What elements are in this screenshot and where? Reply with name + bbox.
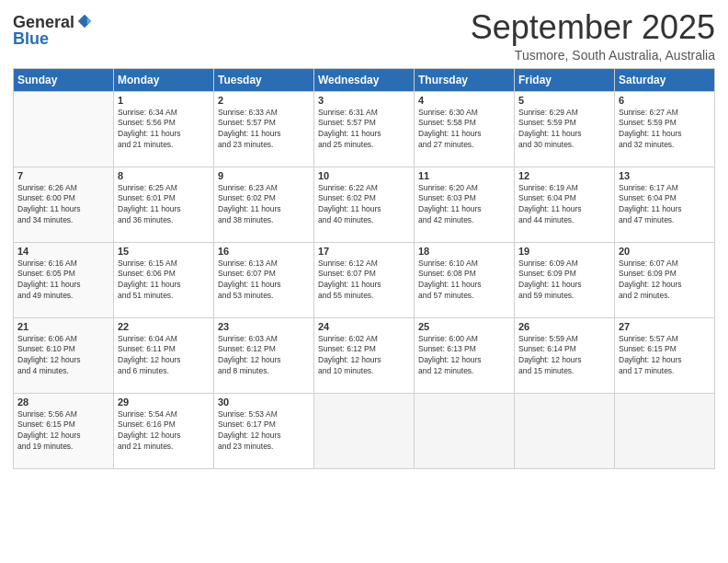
- cell-content-w2-d7: Sunrise: 6:17 AMSunset: 6:04 PMDaylight:…: [619, 183, 711, 227]
- day-number-w5-d3: 30: [218, 396, 310, 408]
- calendar-cell-w1-d4: 3Sunrise: 6:31 AMSunset: 5:57 PMDaylight…: [314, 91, 415, 167]
- logo-icon: [76, 13, 93, 29]
- header-monday: Monday: [114, 68, 214, 91]
- cell-content-w3-d3: Sunrise: 6:13 AMSunset: 6:07 PMDaylight:…: [218, 259, 310, 303]
- cell-content-w1-d6: Sunrise: 6:29 AMSunset: 5:59 PMDaylight:…: [518, 108, 610, 152]
- day-number-w1-d6: 5: [518, 95, 610, 106]
- day-number-w1-d5: 4: [418, 95, 510, 106]
- day-number-w1-d7: 6: [619, 95, 711, 106]
- calendar-cell-w5-d6: [515, 393, 615, 468]
- cell-content-w2-d5: Sunrise: 6:20 AMSunset: 6:03 PMDaylight:…: [418, 183, 510, 227]
- calendar-table: Sunday Monday Tuesday Wednesday Thursday…: [13, 68, 715, 469]
- svg-marker-1: [87, 17, 92, 24]
- cell-content-w4-d4: Sunrise: 6:02 AMSunset: 6:12 PMDaylight:…: [318, 334, 410, 378]
- calendar-cell-w1-d6: 5Sunrise: 6:29 AMSunset: 5:59 PMDaylight…: [515, 91, 615, 167]
- day-number-w1-d3: 2: [218, 95, 310, 106]
- calendar-cell-w4-d4: 24Sunrise: 6:02 AMSunset: 6:12 PMDayligh…: [314, 317, 415, 393]
- calendar-cell-w2-d3: 9Sunrise: 6:23 AMSunset: 6:02 PMDaylight…: [214, 167, 314, 242]
- week-row-5: 28Sunrise: 5:56 AMSunset: 6:15 PMDayligh…: [14, 393, 715, 468]
- calendar-cell-w2-d1: 7Sunrise: 6:26 AMSunset: 6:00 PMDaylight…: [14, 167, 114, 242]
- cell-content-w5-d1: Sunrise: 5:56 AMSunset: 6:15 PMDaylight:…: [17, 409, 109, 454]
- day-number-w4-d2: 22: [118, 321, 210, 332]
- day-number-w4-d4: 24: [318, 321, 410, 332]
- week-row-1: 1Sunrise: 6:34 AMSunset: 5:56 PMDaylight…: [14, 91, 715, 167]
- calendar-cell-w3-d3: 16Sunrise: 6:13 AMSunset: 6:07 PMDayligh…: [214, 242, 314, 317]
- day-number-w2-d2: 8: [118, 170, 210, 181]
- day-number-w2-d5: 11: [418, 170, 510, 181]
- day-number-w4-d3: 23: [218, 321, 310, 332]
- header-sunday: Sunday: [14, 68, 114, 91]
- cell-content-w3-d2: Sunrise: 6:15 AMSunset: 6:06 PMDaylight:…: [118, 259, 210, 303]
- cell-content-w5-d2: Sunrise: 5:54 AMSunset: 6:16 PMDaylight:…: [118, 409, 210, 454]
- cell-content-w3-d7: Sunrise: 6:07 AMSunset: 6:09 PMDaylight:…: [619, 259, 711, 303]
- calendar-cell-w3-d2: 15Sunrise: 6:15 AMSunset: 6:06 PMDayligh…: [114, 242, 214, 317]
- calendar-cell-w5-d2: 29Sunrise: 5:54 AMSunset: 6:16 PMDayligh…: [114, 393, 214, 468]
- calendar-cell-w5-d3: 30Sunrise: 5:53 AMSunset: 6:17 PMDayligh…: [214, 393, 314, 468]
- cell-content-w3-d6: Sunrise: 6:09 AMSunset: 6:09 PMDaylight:…: [518, 259, 610, 303]
- calendar-cell-w5-d5: [415, 393, 515, 468]
- calendar-cell-w2-d6: 12Sunrise: 6:19 AMSunset: 6:04 PMDayligh…: [515, 167, 615, 242]
- day-number-w2-d6: 12: [518, 170, 610, 181]
- day-number-w4-d6: 26: [518, 321, 610, 332]
- week-row-3: 14Sunrise: 6:16 AMSunset: 6:05 PMDayligh…: [14, 242, 715, 317]
- cell-content-w1-d3: Sunrise: 6:33 AMSunset: 5:57 PMDaylight:…: [218, 108, 310, 152]
- calendar-cell-w4-d5: 25Sunrise: 6:00 AMSunset: 6:13 PMDayligh…: [415, 317, 515, 393]
- day-number-w2-d3: 9: [218, 170, 310, 181]
- header-friday: Friday: [515, 68, 615, 91]
- cell-content-w4-d6: Sunrise: 5:59 AMSunset: 6:14 PMDaylight:…: [518, 334, 610, 378]
- calendar-cell-w2-d5: 11Sunrise: 6:20 AMSunset: 6:03 PMDayligh…: [415, 167, 515, 242]
- title-block: September 2025 Tusmore, South Australia,…: [471, 9, 715, 63]
- day-number-w3-d4: 17: [318, 246, 410, 257]
- cell-content-w1-d4: Sunrise: 6:31 AMSunset: 5:57 PMDaylight:…: [318, 108, 410, 152]
- cell-content-w4-d5: Sunrise: 6:00 AMSunset: 6:13 PMDaylight:…: [418, 334, 510, 378]
- month-title: September 2025: [471, 9, 715, 46]
- cell-content-w5-d3: Sunrise: 5:53 AMSunset: 6:17 PMDaylight:…: [218, 409, 310, 454]
- header-tuesday: Tuesday: [214, 68, 314, 91]
- header-wednesday: Wednesday: [314, 68, 415, 91]
- header: General Blue September 2025 Tusmore, Sou…: [13, 9, 715, 63]
- day-number-w4-d5: 25: [418, 321, 510, 332]
- cell-content-w3-d1: Sunrise: 6:16 AMSunset: 6:05 PMDaylight:…: [17, 259, 109, 303]
- calendar-cell-w1-d3: 2Sunrise: 6:33 AMSunset: 5:57 PMDaylight…: [214, 91, 314, 167]
- calendar-cell-w3-d4: 17Sunrise: 6:12 AMSunset: 6:07 PMDayligh…: [314, 242, 415, 317]
- cell-content-w2-d4: Sunrise: 6:22 AMSunset: 6:02 PMDaylight:…: [318, 183, 410, 227]
- cell-content-w4-d2: Sunrise: 6:04 AMSunset: 6:11 PMDaylight:…: [118, 334, 210, 378]
- cell-content-w1-d7: Sunrise: 6:27 AMSunset: 5:59 PMDaylight:…: [619, 108, 711, 152]
- cell-content-w4-d3: Sunrise: 6:03 AMSunset: 6:12 PMDaylight:…: [218, 334, 310, 378]
- calendar-cell-w3-d5: 18Sunrise: 6:10 AMSunset: 6:08 PMDayligh…: [415, 242, 515, 317]
- cell-content-w4-d7: Sunrise: 5:57 AMSunset: 6:15 PMDaylight:…: [619, 334, 711, 378]
- week-row-4: 21Sunrise: 6:06 AMSunset: 6:10 PMDayligh…: [14, 317, 715, 393]
- calendar-cell-w5-d1: 28Sunrise: 5:56 AMSunset: 6:15 PMDayligh…: [14, 393, 114, 468]
- calendar-cell-w3-d6: 19Sunrise: 6:09 AMSunset: 6:09 PMDayligh…: [515, 242, 615, 317]
- cell-content-w2-d3: Sunrise: 6:23 AMSunset: 6:02 PMDaylight:…: [218, 183, 310, 227]
- calendar-cell-w4-d6: 26Sunrise: 5:59 AMSunset: 6:14 PMDayligh…: [515, 317, 615, 393]
- calendar-cell-w4-d3: 23Sunrise: 6:03 AMSunset: 6:12 PMDayligh…: [214, 317, 314, 393]
- cell-content-w2-d2: Sunrise: 6:25 AMSunset: 6:01 PMDaylight:…: [118, 183, 210, 227]
- calendar-cell-w5-d4: [314, 393, 415, 468]
- cell-content-w2-d1: Sunrise: 6:26 AMSunset: 6:00 PMDaylight:…: [17, 183, 109, 227]
- location-title: Tusmore, South Australia, Australia: [471, 48, 715, 63]
- calendar-cell-w4-d1: 21Sunrise: 6:06 AMSunset: 6:10 PMDayligh…: [14, 317, 114, 393]
- day-number-w3-d6: 19: [518, 246, 610, 257]
- cell-content-w4-d1: Sunrise: 6:06 AMSunset: 6:10 PMDaylight:…: [17, 334, 109, 378]
- calendar-cell-w3-d7: 20Sunrise: 6:07 AMSunset: 6:09 PMDayligh…: [615, 242, 715, 317]
- day-number-w1-d4: 3: [318, 95, 410, 106]
- day-number-w3-d3: 16: [218, 246, 310, 257]
- day-number-w5-d2: 29: [118, 396, 210, 408]
- calendar-cell-w1-d7: 6Sunrise: 6:27 AMSunset: 5:59 PMDaylight…: [615, 91, 715, 167]
- cell-content-w1-d2: Sunrise: 6:34 AMSunset: 5:56 PMDaylight:…: [118, 108, 210, 152]
- day-number-w3-d5: 18: [418, 246, 510, 257]
- cell-content-w1-d5: Sunrise: 6:30 AMSunset: 5:58 PMDaylight:…: [418, 108, 510, 152]
- logo-blue-text: Blue: [13, 30, 49, 47]
- week-row-2: 7Sunrise: 6:26 AMSunset: 6:00 PMDaylight…: [14, 167, 715, 242]
- calendar-cell-w3-d1: 14Sunrise: 6:16 AMSunset: 6:05 PMDayligh…: [14, 242, 114, 317]
- day-number-w1-d2: 1: [118, 95, 210, 106]
- day-number-w5-d1: 28: [17, 396, 109, 408]
- calendar-header-row: Sunday Monday Tuesday Wednesday Thursday…: [14, 68, 715, 91]
- cell-content-w3-d4: Sunrise: 6:12 AMSunset: 6:07 PMDaylight:…: [318, 259, 410, 303]
- logo: General Blue: [13, 9, 93, 47]
- logo-general-text: General: [13, 14, 74, 30]
- calendar-cell-w4-d7: 27Sunrise: 5:57 AMSunset: 6:15 PMDayligh…: [615, 317, 715, 393]
- day-number-w4-d1: 21: [17, 321, 109, 332]
- calendar-cell-w2-d7: 13Sunrise: 6:17 AMSunset: 6:04 PMDayligh…: [615, 167, 715, 242]
